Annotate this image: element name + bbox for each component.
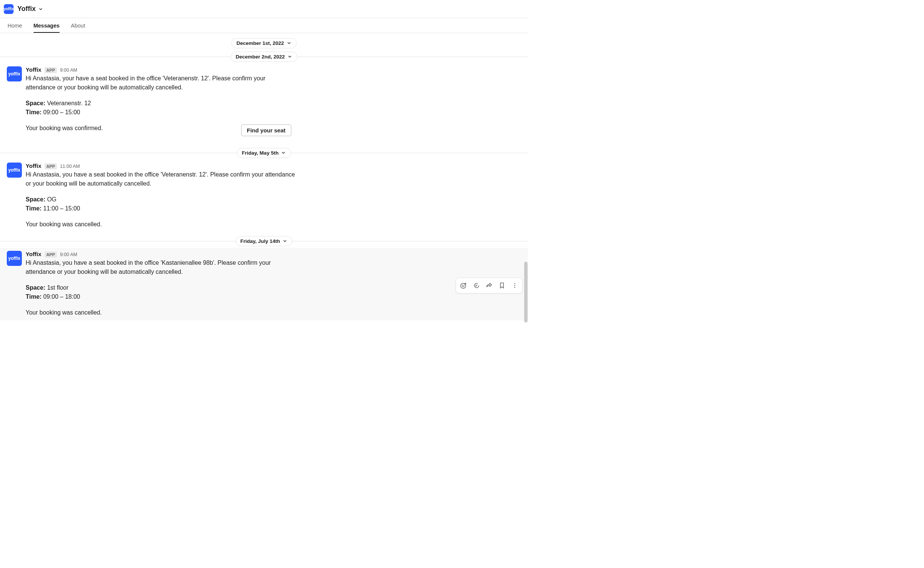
tab-about[interactable]: About (71, 18, 85, 33)
date-pill-label: Friday, May 5th (242, 150, 278, 156)
app-badge: APP (44, 252, 57, 258)
date-divider: Friday, July 14th (0, 234, 528, 248)
sender-name[interactable]: Yoffix (26, 251, 41, 258)
app-title[interactable]: Yoffix (17, 5, 43, 13)
svg-point-0 (461, 283, 466, 288)
sender-name[interactable]: Yoffix (26, 66, 41, 73)
avatar[interactable]: yoffix (7, 163, 22, 178)
space-label: Space: (26, 100, 45, 106)
add-reaction-button[interactable] (457, 279, 470, 292)
app-badge: APP (44, 163, 57, 169)
message-list: Your booking was cancelled. December 1st… (0, 33, 528, 325)
time-value: 09:00 – 15:00 (41, 109, 80, 115)
message-greeting: Hi Anastasia, you have a seat booked in … (26, 258, 297, 276)
time-label: Time: (26, 205, 41, 212)
chevron-down-icon (282, 238, 288, 244)
svg-point-4 (514, 285, 516, 286)
tab-bar: Home Messages About (0, 18, 528, 33)
message-body: Yoffix APP 11:00 AM Hi Anastasia, you ha… (26, 163, 521, 229)
prev-msg-status: Your booking was cancelled. (0, 33, 528, 36)
date-divider: Friday, May 5th (0, 146, 528, 160)
reply-thread-button[interactable] (470, 279, 482, 292)
kebab-icon (511, 282, 519, 289)
time-label: Time: (26, 293, 41, 300)
bookmark-icon (498, 282, 506, 289)
svg-point-5 (514, 287, 516, 288)
tab-home[interactable]: Home (8, 18, 22, 33)
message-greeting: Hi Anastasia, your have a seat booked in… (26, 74, 297, 92)
chevron-down-icon (286, 40, 292, 46)
date-pill-label: December 1st, 2022 (236, 40, 284, 46)
scrollbar-thumb[interactable] (524, 262, 528, 322)
space-value: 1st floor (45, 284, 68, 291)
app-logo: yoffix (4, 4, 14, 14)
find-seat-button[interactable]: Find your seat (241, 124, 291, 136)
speech-bubble-icon (473, 282, 480, 289)
share-arrow-icon (485, 282, 493, 289)
app-badge: APP (44, 67, 57, 73)
message-actions (456, 278, 523, 293)
avatar[interactable]: yoffix (7, 66, 22, 81)
chevron-down-icon (38, 6, 43, 12)
more-actions-button[interactable] (509, 279, 521, 292)
space-label: Space: (26, 284, 45, 291)
message-time: 11:00 AM (60, 164, 80, 169)
message: yoffix Yoffix APP 9:00 AM Hi Anastasia, … (0, 248, 528, 320)
space-value: Veteranenstr. 12 (45, 100, 91, 106)
message: yoffix Yoffix APP 9:00 AM Hi Anastasia, … (0, 63, 528, 150)
chevron-down-icon (281, 150, 286, 155)
space-value: OG (45, 196, 56, 203)
date-pill-label: Friday, July 14th (240, 238, 280, 244)
date-pill[interactable]: December 1st, 2022 (231, 38, 296, 48)
svg-point-1 (462, 285, 463, 286)
date-divider: December 1st, 2022 (0, 36, 528, 50)
message-status: Your booking was cancelled. (26, 308, 297, 317)
message: yoffix Yoffix APP 11:00 AM Hi Anastasia,… (0, 160, 528, 232)
message-body: Yoffix APP 9:00 AM Hi Anastasia, your ha… (26, 66, 521, 147)
message-greeting: Hi Anastasia, you have a seat booked in … (26, 170, 297, 188)
emoji-plus-icon (460, 282, 467, 289)
date-pill[interactable]: December 2nd, 2022 (231, 52, 297, 62)
date-divider: December 2nd, 2022 (0, 50, 528, 63)
time-value: 11:00 – 15:00 (41, 205, 80, 212)
avatar[interactable]: yoffix (7, 251, 22, 266)
message-time: 9:00 AM (60, 68, 77, 73)
date-pill[interactable]: Friday, July 14th (236, 236, 293, 246)
bookmark-button[interactable] (496, 279, 508, 292)
app-header: yoffix Yoffix (0, 0, 528, 18)
app-title-text: Yoffix (17, 5, 36, 13)
message-time: 9:00 AM (60, 252, 77, 257)
svg-point-2 (464, 285, 464, 286)
message-status: Your booking was cancelled. (26, 220, 297, 229)
chevron-down-icon (287, 54, 292, 59)
svg-point-3 (514, 283, 516, 284)
time-value: 09:00 – 18:00 (41, 293, 80, 300)
sender-name[interactable]: Yoffix (26, 163, 41, 169)
message-body: Yoffix APP 9:00 AM Hi Anastasia, you hav… (26, 251, 521, 317)
space-label: Space: (26, 196, 45, 203)
date-pill-label: December 2nd, 2022 (236, 54, 285, 60)
share-button[interactable] (483, 279, 495, 292)
date-pill[interactable]: Friday, May 5th (237, 148, 291, 158)
tab-messages[interactable]: Messages (34, 18, 60, 33)
time-label: Time: (26, 109, 41, 115)
